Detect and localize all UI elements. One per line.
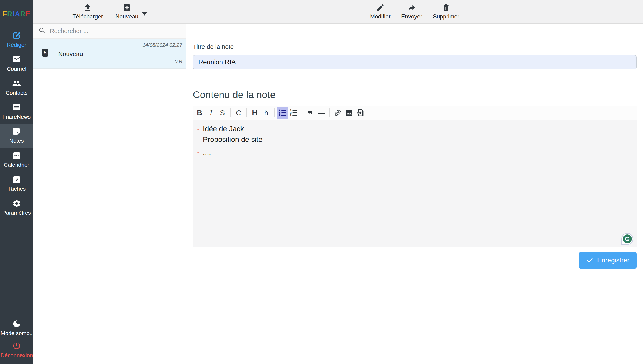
toolbar-separator (230, 108, 231, 117)
envelope-icon (12, 55, 21, 64)
sidebar-item-calendrier[interactable]: Calendrier (0, 148, 33, 172)
search-bar (33, 24, 186, 39)
editor-line-text: Proposition de site (203, 134, 262, 144)
sidebar-item-taches[interactable]: Tâches (0, 172, 33, 196)
html5-icon: 5 (40, 48, 50, 59)
logo-letter: R (7, 10, 13, 18)
editor-line-text: .... (203, 147, 211, 157)
note-item-size: 0 B (174, 58, 182, 64)
sidebar-item-rediger[interactable]: Rédiger (0, 28, 33, 52)
sidebar-item-friarenews[interactable]: FriareNews (0, 100, 33, 124)
heading-big-button[interactable]: H (249, 107, 261, 119)
send-button[interactable]: Envoyer (401, 4, 422, 20)
calendar-check-icon (12, 175, 21, 184)
sidebar-item-label: Déconnexion (1, 352, 33, 359)
sidebar-bottom: Mode somb... Déconnexion (0, 317, 33, 364)
sidebar-item-notes[interactable]: Notes (0, 124, 33, 148)
notes-list-panel: Télécharger Nouveau 5 Nouveau 14/08/2024… (33, 0, 186, 364)
sidebar-item-dark-mode[interactable]: Mode somb... (0, 317, 33, 339)
italic-button[interactable]: I (205, 107, 217, 119)
new-button[interactable]: Nouveau (115, 4, 138, 20)
code-button[interactable]: C (233, 107, 244, 119)
sidebar-item-label: Mode somb... (1, 330, 33, 336)
upload-icon (83, 4, 92, 12)
export-icon[interactable] (355, 107, 366, 119)
sidebar-item-logout[interactable]: Déconnexion (0, 339, 33, 361)
edit-button-label: Modifier (370, 14, 391, 20)
link-icon[interactable] (332, 107, 343, 119)
toolbar-separator (247, 108, 247, 117)
heading-small-button[interactable]: h (261, 107, 272, 119)
upload-button[interactable]: Télécharger (72, 4, 103, 20)
toolbar-separator (329, 108, 330, 117)
note-title-input[interactable] (193, 55, 637, 70)
list-marker: - (197, 124, 199, 134)
edit-button[interactable]: Modifier (370, 4, 391, 20)
new-note-group: Nouveau (115, 4, 147, 20)
newspaper-icon (12, 103, 21, 112)
save-row: Enregistrer (193, 252, 637, 269)
save-button[interactable]: Enregistrer (579, 252, 637, 269)
editor-line: - Proposition de site (197, 134, 632, 144)
logo-letter: E (26, 10, 31, 18)
send-button-label: Envoyer (401, 14, 422, 20)
logo-letter: A (15, 10, 20, 18)
moon-icon (12, 320, 21, 328)
grammarly-icon[interactable]: G (621, 233, 633, 245)
delete-button[interactable]: Supprimer (433, 4, 460, 20)
editor-content[interactable]: - Idée de Jack - Proposition de site - .… (193, 120, 637, 247)
new-button-label: Nouveau (115, 14, 138, 20)
delete-button-label: Supprimer (433, 14, 460, 20)
sidebar-item-label: Notes (9, 138, 24, 144)
note-item-title: Nouveau (58, 50, 83, 58)
note-list-item[interactable]: 5 Nouveau 14/08/2024 02:27 0 B (33, 39, 186, 69)
sidebar-item-label: Tâches (8, 186, 26, 192)
sidebar-item-parametres[interactable]: Paramètres (0, 196, 33, 220)
logo-letter: R (20, 10, 26, 18)
chevron-down-icon[interactable] (142, 12, 147, 16)
app-logo[interactable]: F R I A R E (0, 0, 33, 28)
editor-line-text: Idée de Jack (203, 124, 244, 134)
forward-arrow-icon (407, 4, 416, 12)
gear-icon (12, 199, 21, 208)
list-marker: - (197, 134, 199, 144)
note-detail-panel: Modifier Envoyer Supprimer Titre de la n… (186, 0, 643, 364)
svg-text:5: 5 (44, 50, 46, 56)
list-toolbar: Télécharger Nouveau (33, 0, 186, 24)
image-icon[interactable] (343, 107, 355, 119)
sidebar-item-courriel[interactable]: Courriel (0, 52, 33, 76)
sidebar-item-label: Contacts (6, 90, 28, 96)
calendar-icon (12, 151, 21, 160)
strikethrough-button[interactable]: S (217, 107, 228, 119)
editor-toolbar: B I S C H h 123 ” — (193, 106, 637, 120)
logo-letter: F (3, 10, 7, 18)
note-item-date: 14/08/2024 02:27 (142, 42, 182, 48)
power-icon (12, 342, 21, 350)
grammarly-g: G (623, 234, 632, 243)
markdown-editor: B I S C H h 123 ” — (193, 106, 637, 247)
note-editor-area: Titre de la note Contenu de la note B I … (186, 24, 643, 364)
bullet-list-button[interactable] (277, 107, 288, 119)
pencil-icon (376, 4, 385, 12)
editor-line: - .... (197, 147, 632, 157)
numbered-list-button[interactable]: 123 (288, 107, 300, 119)
sidebar-item-label: Paramètres (2, 210, 31, 216)
search-input[interactable] (50, 28, 181, 34)
sidebar-item-label: FriareNews (3, 114, 31, 120)
sidebar-item-label: Calendrier (4, 162, 29, 168)
sidebar-item-label: Rédiger (7, 42, 26, 48)
save-button-label: Enregistrer (597, 256, 629, 264)
quote-button[interactable]: ” (304, 107, 316, 119)
title-field-label: Titre de la note (193, 43, 637, 50)
compose-icon (12, 31, 21, 40)
sidebar-item-contacts[interactable]: Contacts (0, 76, 33, 100)
note-toolbar: Modifier Envoyer Supprimer (186, 0, 643, 24)
plus-square-icon (123, 4, 131, 12)
svg-text:3: 3 (290, 114, 292, 117)
trash-icon (442, 4, 450, 12)
bold-button[interactable]: B (194, 107, 205, 119)
search-icon (38, 27, 46, 35)
editor-line: - Idée de Jack (197, 124, 632, 134)
horizontal-rule-button[interactable]: — (316, 107, 327, 119)
list-marker: - (197, 147, 199, 157)
